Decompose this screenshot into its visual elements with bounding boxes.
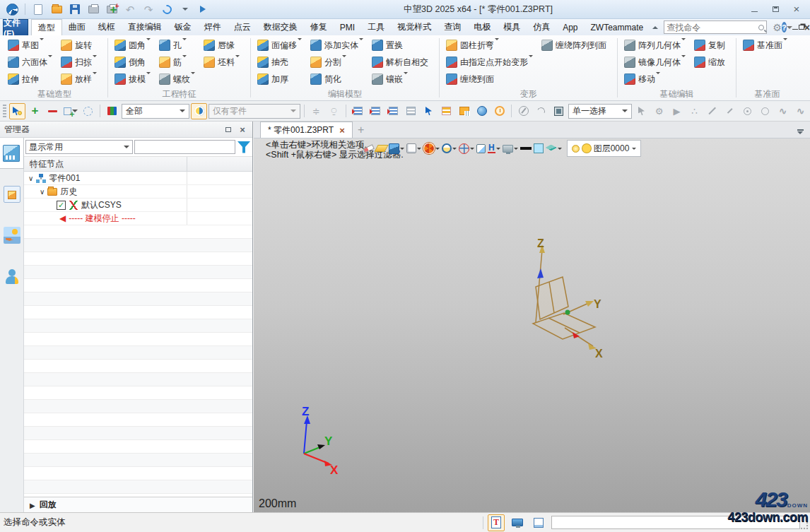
ribbon-item-add-shape[interactable]: 添加实体	[308, 37, 365, 54]
ribbon-item-move[interactable]: 移动	[622, 71, 688, 88]
circle-pick-button[interactable]	[757, 103, 773, 119]
pick-list-face-button[interactable]	[368, 103, 384, 119]
tab-pmi[interactable]: PMI	[334, 19, 361, 35]
ribbon-item-sweep[interactable]: 扫掠	[59, 54, 99, 71]
curve2-pick-button[interactable]: ∿	[792, 103, 809, 119]
print-plus-button[interactable]	[104, 2, 119, 17]
entity-filter-select[interactable]: 全部	[122, 104, 189, 119]
regen-button[interactable]	[159, 2, 175, 17]
tab-zwteammate[interactable]: ZWTeammate	[585, 19, 650, 35]
circle-center-pick-button[interactable]	[739, 103, 756, 119]
tab-data-exchange[interactable]: 数据交换	[257, 19, 304, 35]
color-filter-button[interactable]	[104, 103, 120, 119]
spline-pick-button[interactable]: ∿	[775, 103, 791, 119]
web-browser-button[interactable]	[474, 103, 490, 119]
output-window-button[interactable]	[530, 514, 547, 531]
ribbon-item-datum-plane[interactable]: 基准面	[741, 37, 790, 54]
tab-electrode[interactable]: 电极	[467, 19, 497, 35]
ribbon-item-rib[interactable]: 筋	[157, 54, 197, 71]
pick-table-button[interactable]	[438, 103, 454, 119]
pick-mode-select[interactable]: 单一选择	[568, 104, 632, 119]
remove-pick-button[interactable]	[45, 103, 61, 119]
help-button[interactable]	[782, 22, 787, 32]
curve-hook-button[interactable]	[533, 103, 549, 119]
user-filter-button[interactable]: ⍜	[326, 103, 342, 119]
ribbon-item-fillet[interactable]: 圆角	[112, 37, 153, 54]
fullscreen-button[interactable]	[476, 144, 486, 153]
play-button[interactable]	[196, 2, 211, 17]
tab-app[interactable]: App	[556, 19, 584, 35]
minimize-button[interactable]	[745, 3, 763, 16]
pick-list-gray-button[interactable]	[403, 103, 419, 119]
tab-direct-edit[interactable]: 直接编辑	[122, 19, 168, 35]
swap-scope-button[interactable]	[191, 103, 207, 119]
graphics-canvas[interactable]: <单击右键>环境相关选项. <Shift +鼠标右键> 显示选择过滤器.	[254, 138, 810, 512]
checkbox-checked-icon[interactable]	[57, 201, 66, 210]
ribbon-item-chamfer[interactable]: 倒角	[112, 54, 153, 71]
ribbon-item-replace[interactable]: 置换	[370, 37, 430, 54]
ribbon-item-inlay[interactable]: 镶嵌	[370, 71, 430, 88]
app-logo-icon[interactable]	[4, 2, 20, 17]
prompt-toggle-button[interactable]	[488, 514, 505, 531]
doc-minimize-button[interactable]	[792, 21, 798, 33]
feature-filter-input[interactable]	[134, 140, 235, 154]
filter-funnel-icon[interactable]	[237, 140, 251, 154]
inquire-settings-button[interactable]: ⚙	[651, 103, 667, 119]
pick-list-edge-button[interactable]	[385, 103, 401, 119]
manager-tab-history[interactable]	[0, 138, 24, 169]
ribbon-item-cylindrical-bend[interactable]: 圆柱折弯	[444, 37, 535, 54]
display-toggle-button[interactable]	[509, 514, 526, 531]
show-mode-select[interactable]: 显示常用	[25, 140, 133, 154]
display-mode-button[interactable]	[503, 145, 518, 153]
tab-repair[interactable]: 修复	[304, 19, 334, 35]
view-orient-button[interactable]	[423, 143, 440, 154]
add-pick-button[interactable]	[27, 103, 43, 119]
tab-simulation[interactable]: 仿真	[527, 19, 556, 35]
tab-mold[interactable]: 模具	[497, 19, 527, 35]
file-table-button[interactable]	[456, 103, 472, 119]
pick-filter-toggle[interactable]	[9, 103, 25, 119]
ribbon-item-deform-from-point[interactable]: 由指定点开始变形	[444, 54, 535, 71]
save-button[interactable]	[67, 2, 83, 17]
line-style-button[interactable]	[520, 147, 532, 150]
ribbon-item-resolve-self-intersection[interactable]: 解析自相交	[370, 54, 430, 71]
doc-restore-button[interactable]	[799, 21, 804, 33]
manager-tab-role[interactable]	[0, 261, 24, 292]
ribbon-item-box[interactable]: 六面体	[6, 54, 54, 71]
layer-style-button[interactable]	[546, 145, 562, 153]
face-color-button[interactable]	[534, 143, 544, 153]
open-file-button[interactable]	[49, 2, 64, 17]
settings-button[interactable]: ⚙	[773, 21, 782, 33]
replay-button[interactable]: ▶	[669, 103, 685, 119]
lasso-pick-button[interactable]	[80, 103, 96, 119]
ribbon-item-lip[interactable]: 唇缘	[201, 37, 242, 54]
command-search-input[interactable]	[667, 23, 758, 32]
maximize-button[interactable]	[766, 3, 785, 16]
chevron-expand-icon[interactable]	[40, 187, 45, 196]
doc-close-button[interactable]	[804, 21, 810, 33]
print-button[interactable]	[86, 2, 101, 17]
pick-list-shape-button[interactable]	[350, 103, 366, 119]
new-file-button[interactable]	[30, 2, 46, 17]
chevron-expand-icon[interactable]	[28, 173, 33, 183]
tree-node-csys[interactable]: 默认CSYS	[24, 199, 252, 212]
shaded-display-button[interactable]	[389, 143, 404, 154]
zoom-button[interactable]	[442, 143, 457, 153]
new-tab-button[interactable]	[353, 122, 370, 138]
delete-button[interactable]	[363, 146, 374, 151]
document-tab[interactable]: * 零件001.Z3PRT	[260, 122, 353, 138]
ribbon-item-copy[interactable]: 复制	[692, 37, 727, 54]
axis-pick-button[interactable]	[722, 103, 738, 119]
tab-list-button[interactable]	[797, 129, 804, 135]
tab-surface[interactable]: 曲面	[62, 19, 92, 35]
manager-tab-visual[interactable]	[0, 179, 24, 210]
ribbon-item-loft[interactable]: 放样	[59, 71, 99, 88]
part-filter-select[interactable]: 仅有零件	[209, 104, 300, 119]
target-orient-button[interactable]	[459, 143, 474, 154]
ribbon-item-mirror-geometry[interactable]: 镜像几何体	[622, 54, 688, 71]
compass-button[interactable]	[515, 103, 532, 119]
tab-point-cloud[interactable]: 点云	[228, 19, 257, 35]
modeling-stop-marker[interactable]: ----- 建模停止 -----	[24, 212, 252, 225]
wireframe-display-button[interactable]	[406, 143, 421, 153]
ribbon-item-simplify[interactable]: 简化	[308, 71, 365, 88]
